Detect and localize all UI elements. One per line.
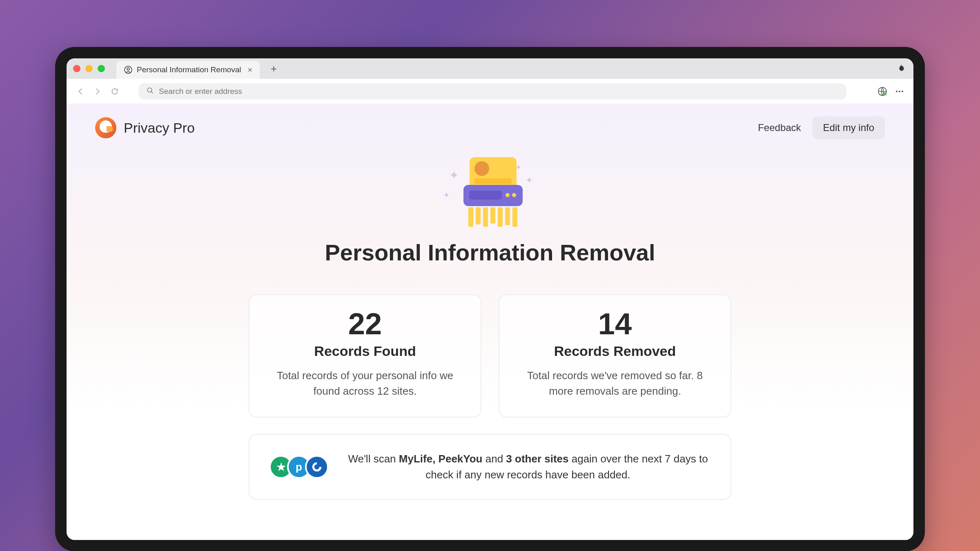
page-title: Personal Information Removal [95, 239, 885, 266]
brand: Privacy Pro [95, 117, 195, 138]
close-window-button[interactable] [73, 65, 80, 72]
tab-bar: Personal Information Removal × + [67, 58, 913, 79]
forward-button[interactable] [92, 86, 103, 97]
records-removed-card: 14 Records Removed Total records we've r… [499, 294, 731, 418]
maximize-window-button[interactable] [98, 65, 105, 72]
site-icon [305, 455, 329, 479]
site-icon-stack: ★ p [269, 455, 329, 479]
address-input[interactable] [159, 87, 838, 96]
svg-point-4 [883, 92, 886, 96]
device-frame: Personal Information Removal × + [55, 47, 925, 551]
browser-tab[interactable]: Personal Information Removal × [116, 61, 260, 79]
header-actions: Feedback Edit my info [758, 116, 885, 139]
browser-screen: Personal Information Removal × + [67, 58, 913, 540]
svg-point-1 [127, 68, 129, 70]
fire-button-icon[interactable] [897, 64, 907, 73]
edit-my-info-button[interactable]: Edit my info [813, 116, 885, 139]
brand-logo-icon [95, 117, 116, 138]
window-controls [73, 65, 105, 72]
brand-title: Privacy Pro [124, 120, 195, 136]
records-removed-number: 14 [516, 309, 714, 339]
reload-button[interactable] [109, 86, 120, 97]
svg-point-5 [896, 91, 898, 92]
minimize-window-button[interactable] [85, 65, 93, 72]
records-found-description: Total records of your personal info we f… [266, 368, 464, 399]
records-removed-description: Total records we've removed so far. 8 mo… [516, 368, 714, 399]
records-removed-label: Records Removed [516, 343, 714, 359]
app-header: Privacy Pro Feedback Edit my info [95, 116, 885, 139]
shredder-illustration-icon: ✦✦✦✦ [447, 156, 533, 227]
address-bar[interactable] [138, 83, 846, 100]
tab-title: Personal Information Removal [137, 65, 241, 74]
hero: ✦✦✦✦ Personal Information Removal 22 Rec… [95, 156, 885, 500]
feedback-link[interactable]: Feedback [758, 122, 801, 133]
tab-favicon-icon [124, 65, 133, 74]
shield-icon[interactable] [877, 86, 888, 97]
page-content: Privacy Pro Feedback Edit my info ✦✦✦✦ P… [67, 104, 913, 540]
records-found-number: 22 [266, 309, 464, 339]
back-button[interactable] [75, 86, 86, 97]
scan-status-text: We'll scan MyLife, PeekYou and 3 other s… [345, 451, 711, 483]
stats-row: 22 Records Found Total records of your p… [95, 294, 885, 418]
svg-point-6 [899, 91, 900, 92]
more-menu-icon[interactable] [894, 86, 905, 97]
svg-point-7 [902, 91, 903, 92]
scan-status-card: ★ p We'll scan MyLife, PeekYou and 3 oth… [249, 434, 731, 500]
records-found-card: 22 Records Found Total records of your p… [249, 294, 481, 418]
tab-close-icon[interactable]: × [248, 65, 253, 75]
records-found-label: Records Found [266, 343, 464, 359]
browser-toolbar [67, 79, 913, 104]
search-icon [147, 87, 154, 96]
new-tab-button[interactable]: + [268, 63, 279, 74]
